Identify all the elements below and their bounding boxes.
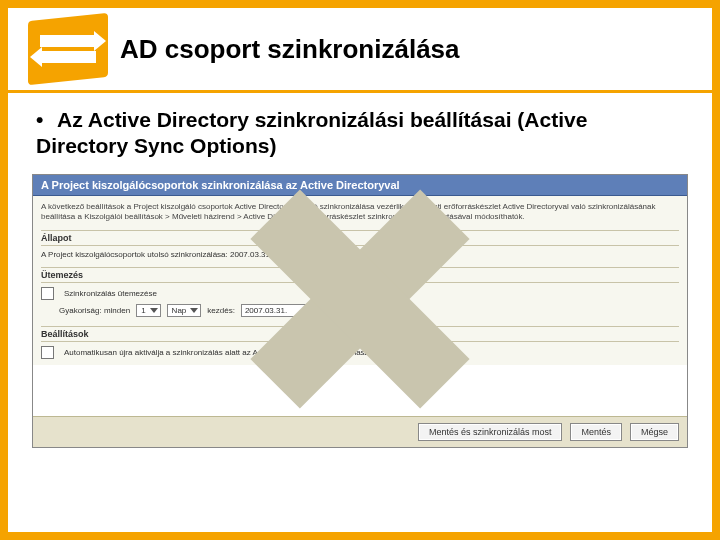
save-and-sync-button[interactable]: Mentés és szinkronizálás most xyxy=(418,423,563,441)
status-section: Állapot A Project kiszolgálócsoportok ut… xyxy=(41,230,679,259)
arrow-right-icon xyxy=(40,35,96,47)
panel-header: A Project kiszolgálócsoportok szinkroniz… xyxy=(33,175,687,196)
slide-title: AD csoport szinkronizálása xyxy=(120,34,460,65)
status-heading: Állapot xyxy=(41,230,679,246)
cancel-button[interactable]: Mégse xyxy=(630,423,679,441)
slide-frame: AD csoport szinkronizálása • Az Active D… xyxy=(0,0,720,540)
auto-reactivate-checkbox[interactable] xyxy=(41,346,54,359)
auto-reactivate-row: Automatikusan újra aktiválja a szinkroni… xyxy=(41,346,679,359)
frequency-label: Gyakoriság: minden xyxy=(59,306,130,315)
panel-footer: Mentés és szinkronizálás most Mentés Még… xyxy=(33,416,687,447)
frequency-unit-select[interactable]: Nap xyxy=(167,304,202,317)
panel-body: A következő beállítások a Project kiszol… xyxy=(33,196,687,365)
start-date-input[interactable]: 2007.03.31. xyxy=(241,304,309,317)
auto-reactivate-label: Automatikusan újra aktiválja a szinkroni… xyxy=(64,348,397,357)
settings-section: Beállítások Automatikusan újra aktiválja… xyxy=(41,326,679,359)
schedule-section: Ütemezés Szinkronizálás ütemezése Gyakor… xyxy=(41,267,679,318)
start-hour-input[interactable]: 15 xyxy=(335,304,365,317)
panel-description: A következő beállítások a Project kiszol… xyxy=(41,202,679,222)
sync-arrows-icon xyxy=(28,17,108,81)
schedule-checkbox[interactable] xyxy=(41,287,54,300)
bullet-line: • Az Active Directory szinkronizálási be… xyxy=(8,107,712,174)
save-button[interactable]: Mentés xyxy=(570,423,622,441)
start-minute-input[interactable]: 37 xyxy=(379,304,409,317)
calendar-icon[interactable] xyxy=(315,304,329,318)
bullet-text: Az Active Directory szinkronizálási beál… xyxy=(36,108,587,157)
frequency-number-select[interactable]: 1 xyxy=(136,304,160,317)
schedule-enable-row: Szinkronizálás ütemezése xyxy=(41,287,679,300)
schedule-checkbox-label: Szinkronizálás ütemezése xyxy=(64,289,157,298)
bullet-dot: • xyxy=(36,107,52,133)
status-text: A Project kiszolgálócsoportok utolsó szi… xyxy=(41,250,679,259)
schedule-heading: Ütemezés xyxy=(41,267,679,283)
title-bar: AD csoport szinkronizálása xyxy=(8,8,712,90)
arrow-left-icon xyxy=(40,51,96,63)
frequency-row: Gyakoriság: minden 1 Nap kezdés: 2007.03… xyxy=(41,304,679,318)
logo xyxy=(28,17,108,81)
settings-heading: Beállítások xyxy=(41,326,679,342)
title-divider xyxy=(8,90,712,93)
embedded-screenshot: A Project kiszolgálócsoportok szinkroniz… xyxy=(32,174,688,448)
start-label: kezdés: xyxy=(207,306,235,315)
time-colon: : xyxy=(371,306,373,315)
